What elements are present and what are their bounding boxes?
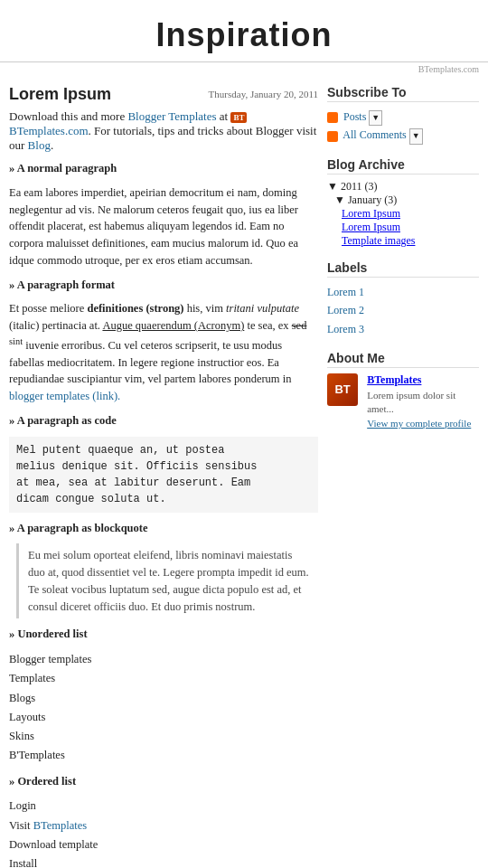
post-date: Thursday, January 20, 2011 <box>209 89 318 99</box>
archive-post-link[interactable]: Lorem Ipsum <box>342 207 400 220</box>
download-line: Download this and more Blogger Templates… <box>9 109 318 153</box>
download-intro: Download this and more <box>9 109 125 123</box>
archive-widget: Blog Archive ▼ 2011 (3) ▼ January (3) Lo… <box>327 157 479 248</box>
list-item: Layouts <box>9 708 318 727</box>
blogger-templates-link[interactable]: Blogger Templates <box>127 109 216 123</box>
about-widget: About Me BT BTemplates Lorem ipsum dolor… <box>327 351 479 430</box>
labels-widget: Labels Lorem 1 Lorem 2 Lorem 3 <box>327 260 479 338</box>
about-name: BTemplates <box>367 373 479 387</box>
about-description: Lorem ipsum dolor sit amet... <box>367 389 479 417</box>
subscribe-item-comments: All Comments ▼ <box>327 126 479 144</box>
section-heading-code: » A paragraph as code <box>9 412 318 429</box>
superscript-text: sint <box>9 336 23 346</box>
bt-ordered-link[interactable]: BTemplates <box>33 819 88 832</box>
list-item: Download template <box>9 835 318 854</box>
at-text: at <box>220 109 231 123</box>
posts-dropdown-icon[interactable]: ▼ <box>369 110 382 126</box>
list-item: Blogs <box>9 689 318 708</box>
post-title: Lorem Ipsum <box>9 85 111 104</box>
about-me-wrapper: BT BTemplates Lorem ipsum dolor sit amet… <box>327 373 479 430</box>
archive-triangle-year[interactable]: ▼ <box>327 180 338 193</box>
blogger-templates-inline-link[interactable]: blogger templates (link). <box>9 390 120 402</box>
unordered-list: Blogger templates Templates Blogs Layout… <box>9 650 318 766</box>
sidebar: Subscribe To Posts ▼ All Comments ▼ Blog… <box>327 78 479 868</box>
strikethrough-text: sed <box>292 319 307 332</box>
list-item: Skins <box>9 727 318 746</box>
archive-post: Lorem Ipsum <box>342 207 479 221</box>
archive-post: Template images <box>342 234 479 248</box>
content-area: Lorem Ipsum Thursday, January 20, 2011 D… <box>9 78 318 868</box>
archive-title: Blog Archive <box>327 157 479 175</box>
about-name-link[interactable]: BTemplates <box>367 373 421 386</box>
label-link-1[interactable]: Lorem 1 <box>327 283 364 301</box>
bt-logo-inline: BT <box>230 112 247 123</box>
label-item: Lorem 1 <box>327 283 479 301</box>
archive-month: January <box>348 193 381 206</box>
section-heading-format: » A paragraph format <box>9 277 318 294</box>
site-title: Inspiration <box>9 16 479 54</box>
comments-dropdown-icon[interactable]: ▼ <box>409 128 423 144</box>
archive-month-count: (3) <box>384 193 397 206</box>
blog-link[interactable]: Blog <box>28 138 51 152</box>
archive-triangle-month[interactable]: ▼ <box>334 193 345 206</box>
subscribe-comments-link[interactable]: All Comments <box>343 128 406 141</box>
archive-post: Lorem Ipsum <box>342 221 479 234</box>
main-wrapper: Lorem Ipsum Thursday, January 20, 2011 D… <box>0 78 488 868</box>
label-link-2[interactable]: Lorem 2 <box>327 301 364 319</box>
strong-text: definitiones (strong) <box>87 302 183 315</box>
list-item: Templates <box>9 669 318 688</box>
label-link-3[interactable]: Lorem 3 <box>327 320 364 338</box>
section-heading-ordered: » Ordered list <box>9 773 318 790</box>
list-item: Visit BTemplates <box>9 816 318 835</box>
archive-post-link[interactable]: Lorem Ipsum <box>342 221 400 233</box>
blockquote-block: Eu mei solum oporteat eleifend, libris n… <box>16 543 318 618</box>
label-item: Lorem 2 <box>327 301 479 319</box>
list-item: B'Templates <box>9 746 318 765</box>
bt-link[interactable]: BTemplates.com <box>9 124 89 137</box>
archive-year: 2011 <box>341 180 362 193</box>
list-item: Login <box>9 797 318 816</box>
rss-icon-posts <box>327 112 338 123</box>
labels-title: Labels <box>327 260 479 278</box>
about-logo: BT <box>327 373 358 406</box>
subscribe-item-posts: Posts ▼ <box>327 108 479 126</box>
about-info: BTemplates Lorem ipsum dolor sit amet...… <box>367 373 479 430</box>
post-header: Lorem Ipsum Thursday, January 20, 2011 <box>9 85 318 104</box>
label-item: Lorem 3 <box>327 320 479 338</box>
ordered-list: Login Visit BTemplates Download template… <box>9 797 318 868</box>
subscribe-title: Subscribe To <box>327 85 479 102</box>
archive-post-link[interactable]: Template images <box>342 234 415 247</box>
archive-year-row: ▼ 2011 (3) <box>327 180 479 193</box>
archive-year-count: (3) <box>364 180 377 193</box>
subscribe-list: Posts ▼ All Comments ▼ <box>327 108 479 145</box>
post-body: » A normal paragraph Ea eam labores impe… <box>9 160 318 868</box>
site-header: Inspiration <box>0 0 488 62</box>
subscribe-posts-link[interactable]: Posts <box>343 110 366 123</box>
section-heading-blockquote: » A paragraph as blockquote <box>9 520 318 537</box>
subscribe-widget: Subscribe To Posts ▼ All Comments ▼ <box>327 85 479 145</box>
formatted-paragraph: Et posse meliore definitiones (strong) h… <box>9 300 318 405</box>
section-heading-unordered: » Unordered list <box>9 626 318 643</box>
about-profile-link[interactable]: View my complete profile <box>367 418 471 429</box>
archive-posts: Lorem Ipsum Lorem Ipsum Template images <box>342 207 479 248</box>
about-title: About Me <box>327 351 479 368</box>
rss-icon-comments <box>327 131 338 142</box>
list-item: Blogger templates <box>9 650 318 669</box>
code-block: Mel putent quaeque an, ut postea melius … <box>9 437 318 513</box>
section-heading-normal: » A normal paragraph <box>9 160 318 177</box>
acronym-text: Augue quaerendum (Acronym) <box>102 319 244 332</box>
italic-text: tritani vulputate <box>226 302 299 315</box>
normal-paragraph: Ea eam labores imperdiet, apeirian democ… <box>9 184 318 269</box>
list-item: Install <box>9 854 318 868</box>
archive-month-row: ▼ January (3) <box>334 193 479 207</box>
credit-text: BTemplates.com <box>0 62 488 78</box>
